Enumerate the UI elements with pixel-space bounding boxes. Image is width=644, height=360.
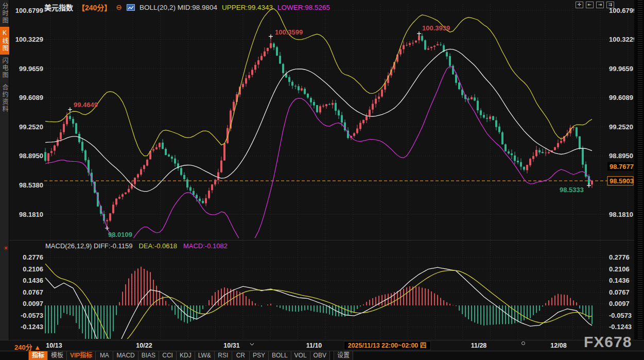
macd-tick-label: 0.2776 <box>609 253 630 261</box>
toolbar-button-templates[interactable]: 模板 <box>48 351 67 360</box>
pivot-price-label: 99.4649 <box>74 101 98 109</box>
indicator-chart-icon[interactable] <box>127 4 135 11</box>
macd-value: MACD:-0.1082 <box>183 242 228 250</box>
price-tick-label: 99.9659 <box>609 65 633 73</box>
chart-canvas[interactable]: 100.6799100.6799100.3229100.322999.96599… <box>0 0 644 340</box>
last-price-label: 98.5903 <box>610 177 634 185</box>
toolbar-button-rsi[interactable]: RSI <box>215 351 232 360</box>
macd-dea-value: DEA:-0.0618 <box>139 242 177 250</box>
symbol-title: 美元指数 <box>44 2 73 12</box>
date-tick: 11/10 <box>306 342 322 349</box>
pivot-price-label: 98.0109 <box>108 231 132 238</box>
alert-icon[interactable]: ☀ <box>3 245 9 252</box>
price-tick-label: 99.6089 <box>19 94 43 101</box>
price-tick-label: 100.6799 <box>15 7 43 14</box>
pivot-cross-icon <box>269 35 273 39</box>
moon-phase-icon <box>250 341 255 346</box>
macd-tick-label: -0.1243 <box>609 323 632 331</box>
date-tick: 10/22 <box>136 342 152 349</box>
pan-right-icon[interactable]: ⇉ <box>606 2 614 8</box>
macd-header: MACD(26,12,9) DIFF:-0.1159 DEA:-0.0618 M… <box>45 242 228 250</box>
toolbar-button-settings[interactable]: 设置 <box>334 351 353 360</box>
chart-header: 美元指数 【240分】 ⊖ BOLL(20,2) MID:98.9804 UPP… <box>44 2 330 12</box>
toolbar-button-indicators[interactable]: 指标 <box>28 351 48 360</box>
selected-candle-timestamp: 2025/11/13 22:00~02:00 四 <box>344 341 431 350</box>
toolbar-button-lwr[interactable]: LW& <box>195 351 215 360</box>
toolbar-button-vol[interactable]: VOL <box>291 351 310 360</box>
compress-right-icon[interactable]: ⇥ <box>596 2 604 8</box>
macd-tick-label: 0.0767 <box>609 288 630 296</box>
boll-upper-legend: UPPER:99.4343 <box>222 4 273 11</box>
boll-legend: BOLL(20,2) MID:98.9804 <box>140 4 217 11</box>
price-tick-label: 98.5380 <box>19 181 43 189</box>
toolbar-button-cr[interactable]: CR <box>232 351 250 360</box>
toolbar-button-kdj[interactable]: KDJ <box>177 351 195 360</box>
boll-lower-legend: LOWER:98.5265 <box>277 4 330 11</box>
macd-tick-label: 0.2776 <box>23 253 43 261</box>
price-scale-scrollbar[interactable] <box>634 0 644 340</box>
toolbar-button-psy[interactable]: PSY <box>250 351 269 360</box>
date-tick: 11/28 <box>471 342 487 349</box>
price-tick-label: 99.2520 <box>609 123 633 131</box>
toolbar-button-macd[interactable]: MACD <box>113 351 138 360</box>
collapse-indicator-button[interactable]: ⊖ <box>116 3 122 11</box>
macd-tick-label: 0.0767 <box>23 288 43 296</box>
toolbar-button-obv[interactable]: OBV <box>310 351 330 360</box>
sidebar-item-kline-chart[interactable]: K线图 <box>0 27 9 55</box>
macd-tick-label: 0.1436 <box>23 277 43 284</box>
price-tick-label: 99.2520 <box>19 123 43 131</box>
price-tick-label: 100.3229 <box>15 36 43 43</box>
macd-tick-label: 0.0097 <box>609 300 630 307</box>
price-tick-label: 98.1810 <box>609 211 633 218</box>
pivot-cross-icon <box>587 183 591 187</box>
compress-left-icon[interactable]: ⇤ <box>586 2 594 8</box>
macd-dea-line <box>45 264 592 340</box>
sidebar-item-flash-chart[interactable]: 闪电图 <box>0 55 9 81</box>
boll-lower-line <box>45 66 592 247</box>
macd-tick-label: 0.2106 <box>23 265 43 273</box>
macd-tick-label: -0.0573 <box>609 312 632 319</box>
toolbar-button-cci[interactable]: CCI <box>159 351 177 360</box>
macd-histogram <box>45 267 592 340</box>
sidebar-item-time-chart[interactable]: 分时图 <box>0 0 9 27</box>
trading-terminal-window: 100.6799100.6799100.3229100.322999.96599… <box>0 0 644 360</box>
pivot-price-label: 100.3599 <box>275 28 303 36</box>
macd-formula-diff: MACD(26,12,9) DIFF:-0.1159 <box>45 242 133 250</box>
toolbar-button-ma[interactable]: MA <box>96 351 113 360</box>
price-tick-label: 99.9659 <box>19 65 43 73</box>
pivot-annotation: 100.3599 <box>269 28 303 39</box>
prev-price-label: 98.7677 <box>610 163 634 170</box>
pivot-cross-icon <box>68 108 72 112</box>
candlestick-series[interactable] <box>44 33 593 228</box>
date-tick: 12/08 <box>550 342 566 349</box>
macd-tick-label: -0.0573 <box>21 312 43 319</box>
price-tick-label: 98.8950 <box>609 152 633 160</box>
grid-layer <box>44 4 632 339</box>
sidebar-item-contract-info[interactable]: 合约资料 <box>0 81 9 115</box>
indicator-toolbar: 指标模板VIP指标MAMACDBIASCCIKDJLW&RSICRPSYBOLL… <box>0 351 644 360</box>
price-tick-label: 100.3229 <box>609 36 637 43</box>
chart-tools: ✛ ⇤ ⇥ ⇉ <box>576 2 614 8</box>
toolbar-button-bias[interactable]: BIAS <box>138 351 159 360</box>
pivot-price-label: 98.5333 <box>560 186 584 194</box>
macd-tick-label: 0.2106 <box>609 265 630 273</box>
pivot-cross-icon <box>417 31 421 36</box>
period-badge: 【240分】 <box>78 2 111 12</box>
price-tick-label: 98.1810 <box>19 211 43 218</box>
toolbar-button-vip-indicators[interactable]: VIP指标 <box>67 351 96 360</box>
date-tick: 10/31 <box>223 342 239 349</box>
macd-tick-label: 0.1436 <box>609 277 630 284</box>
toolbar-button-boll[interactable]: BOLL <box>269 351 291 360</box>
pivot-price-label: 100.3939 <box>422 24 450 32</box>
price-axis: 100.6799100.6799100.3229100.322999.96599… <box>15 7 637 331</box>
crosshair-icon[interactable]: ✛ <box>576 2 583 8</box>
pivot-annotation: 99.4649 <box>68 101 98 112</box>
price-tick-label: 99.6089 <box>609 94 633 101</box>
time-axis: 240分 ▲ 10/13 10/22 10/31 11/10 2025/11/1… <box>0 340 644 351</box>
macd-tick-label: 0.0097 <box>23 300 43 307</box>
pivot-annotation: 98.0109 <box>105 226 132 238</box>
price-tick-label: 98.8950 <box>19 152 43 160</box>
sidebar: 分时图 K线图 闪电图 合约资料 <box>0 0 9 340</box>
moon-phase-icon <box>521 341 525 345</box>
macd-tick-label: -0.1243 <box>21 323 43 331</box>
